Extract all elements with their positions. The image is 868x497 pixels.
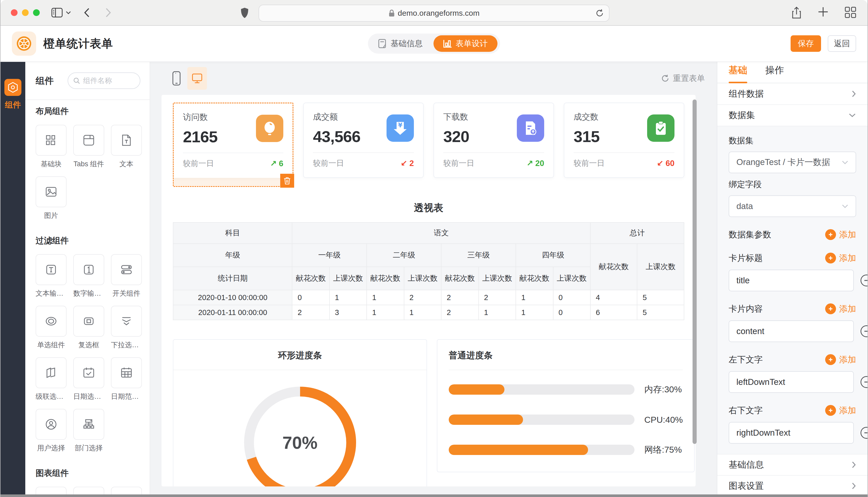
org-tree-icon bbox=[82, 417, 96, 431]
palette-tile-select[interactable]: 下拉选择框 bbox=[111, 306, 142, 350]
card-content-input[interactable] bbox=[729, 321, 854, 342]
palette-tile-text[interactable]: 文本 bbox=[111, 125, 142, 169]
tab-form-design[interactable]: 表单设计 bbox=[433, 35, 497, 52]
browser-chrome: demo.orangeforms.com bbox=[1, 0, 867, 26]
pivot-header-grade: 年级 bbox=[173, 244, 292, 267]
save-button[interactable]: 保存 bbox=[790, 35, 821, 52]
palette-tile-basic-block[interactable]: 基础块 bbox=[36, 125, 67, 169]
section-layout-components: 布局组件 bbox=[36, 106, 142, 117]
number-input-icon bbox=[82, 262, 96, 277]
add-right-down-button[interactable]: 添加 bbox=[825, 405, 856, 416]
dataset-group-row[interactable]: 数据集 bbox=[717, 105, 867, 126]
stat-card[interactable]: 成交额 43,566 ¥ 较前一日 bbox=[303, 103, 424, 178]
forward-button-icon[interactable] bbox=[105, 8, 111, 18]
card-compare-label: 较前一日 bbox=[443, 158, 474, 169]
file-upload-icon bbox=[517, 114, 544, 142]
palette-tile-number-input[interactable]: 数字输入框 bbox=[73, 254, 104, 298]
ring-progress-panel[interactable]: 环形进度条 70% bbox=[173, 339, 427, 486]
url-text: demo.orangeforms.com bbox=[398, 9, 480, 17]
tab-basic[interactable]: 基础 bbox=[729, 64, 747, 83]
card-compare-label: 较前一日 bbox=[313, 158, 344, 169]
right-down-text-input[interactable] bbox=[729, 422, 854, 444]
left-down-text-label: 左下文字 bbox=[729, 354, 763, 366]
address-bar[interactable]: demo.orangeforms.com bbox=[259, 5, 609, 22]
palette-tile-text-input[interactable]: 文本输入框 bbox=[36, 254, 67, 298]
remove-field-button[interactable] bbox=[860, 325, 867, 337]
reload-icon[interactable] bbox=[595, 9, 604, 17]
palette-tile-image[interactable]: 图片 bbox=[36, 176, 67, 220]
ring-progress-value: 70% bbox=[282, 432, 317, 453]
tab-overview-icon[interactable] bbox=[845, 7, 856, 19]
component-data-row[interactable]: 组件数据 bbox=[717, 83, 867, 105]
desktop-preview-button[interactable] bbox=[187, 67, 207, 90]
remove-field-button[interactable] bbox=[860, 376, 867, 388]
add-card-content-button[interactable]: 添加 bbox=[825, 303, 856, 315]
palette-tile-dept-select[interactable]: 部门选择 bbox=[73, 409, 104, 453]
palette-tile-date-picker[interactable]: 日期选择框 bbox=[73, 357, 104, 401]
search-input[interactable] bbox=[83, 76, 135, 85]
reset-form-button[interactable]: 重置表单 bbox=[661, 73, 705, 84]
palette-tile-switch[interactable]: 开关组件 bbox=[111, 254, 142, 298]
back-button-icon[interactable] bbox=[84, 8, 90, 18]
palette-tile-user-select[interactable]: 用户选择 bbox=[36, 409, 67, 453]
card-title-input[interactable] bbox=[729, 270, 854, 291]
new-tab-icon[interactable] bbox=[818, 7, 828, 19]
palette-tile-date-range[interactable]: 日期范围... bbox=[111, 357, 142, 401]
palette-tile-checkbox[interactable]: 复选框 bbox=[73, 306, 104, 350]
stat-card[interactable]: 成交数 315 bbox=[564, 103, 684, 178]
progress-bars-panel[interactable]: 普通进度条 内存:30% CPU:40% bbox=[437, 339, 694, 472]
sidebar-toggle-icon[interactable] bbox=[51, 8, 63, 18]
palette-title: 组件 bbox=[36, 75, 54, 87]
dataset-label: 数据集 bbox=[729, 135, 856, 146]
plus-icon bbox=[825, 253, 836, 264]
rail-components-button[interactable] bbox=[4, 79, 22, 96]
tab-basic-info[interactable]: 基础信息 bbox=[378, 38, 423, 49]
left-down-text-input[interactable] bbox=[729, 371, 854, 393]
chevron-down-icon bbox=[842, 160, 849, 165]
minimize-window-button[interactable] bbox=[22, 9, 29, 16]
zoom-window-button[interactable] bbox=[33, 9, 40, 16]
palette-tile-cascader[interactable]: 级联选择框 bbox=[36, 357, 67, 401]
card-content-label: 卡片内容 bbox=[729, 303, 763, 315]
section-filter-components: 过滤组件 bbox=[36, 235, 142, 246]
remove-field-button[interactable] bbox=[860, 427, 867, 439]
mobile-preview-button[interactable] bbox=[167, 67, 186, 90]
trend-up-value: ↗6 bbox=[270, 159, 283, 168]
chevron-down-icon[interactable] bbox=[66, 11, 71, 14]
dataset-select[interactable]: OrangeTest / 卡片一数据 bbox=[729, 152, 856, 173]
add-card-title-button[interactable]: 添加 bbox=[825, 252, 856, 264]
dataset-params-label: 数据集参数 bbox=[729, 229, 771, 241]
back-button[interactable]: 返回 bbox=[828, 35, 856, 52]
section-chart-components: 图表组件 bbox=[36, 468, 142, 479]
form-canvas-area: 重置表单 访问数 2165 bbox=[150, 62, 717, 497]
chart-settings-row[interactable]: 图表设置 bbox=[717, 475, 867, 497]
privacy-shield-icon[interactable] bbox=[240, 7, 249, 18]
close-window-button[interactable] bbox=[11, 9, 17, 16]
refresh-icon bbox=[661, 74, 669, 83]
palette-tile-radio[interactable]: 单选组件 bbox=[36, 306, 67, 350]
plus-icon bbox=[825, 229, 836, 240]
stat-card[interactable]: 下载数 320 bbox=[433, 103, 554, 178]
yuan-download-icon: ¥ bbox=[387, 114, 414, 142]
share-icon[interactable] bbox=[791, 7, 801, 19]
checkbox-icon bbox=[82, 314, 96, 328]
plus-icon bbox=[825, 303, 836, 314]
ring-progress-title: 环形进度条 bbox=[174, 350, 427, 361]
basic-info-row[interactable]: 基础信息 bbox=[717, 454, 867, 475]
canvas-scrollbar[interactable] bbox=[692, 100, 697, 444]
stat-card-selected[interactable]: 访问数 2165 bbox=[173, 103, 293, 187]
form-canvas[interactable]: 访问数 2165 bbox=[162, 95, 695, 486]
plus-icon bbox=[825, 354, 836, 365]
pivot-table[interactable]: 科目 语文 总计 年级 一年级 二年级 三年级 四年级 献花次数 上课次数 bbox=[173, 222, 684, 320]
table-row: 2020-01-10 00:00:00 0 1 1 2 2 2 1 0 4 5 bbox=[173, 290, 684, 305]
add-left-down-button[interactable]: 添加 bbox=[825, 354, 856, 366]
select-icon bbox=[119, 314, 134, 328]
rail-components-label[interactable]: 组件 bbox=[5, 100, 21, 110]
bind-field-select[interactable]: data bbox=[729, 195, 856, 217]
palette-tile-tabs[interactable]: Tabs 组件 bbox=[73, 125, 104, 169]
component-search[interactable] bbox=[68, 72, 140, 89]
add-dataset-param-button[interactable]: 添加 bbox=[825, 229, 856, 241]
tab-action[interactable]: 操作 bbox=[765, 64, 784, 83]
remove-field-button[interactable] bbox=[860, 274, 867, 286]
delete-component-button[interactable] bbox=[280, 174, 294, 188]
